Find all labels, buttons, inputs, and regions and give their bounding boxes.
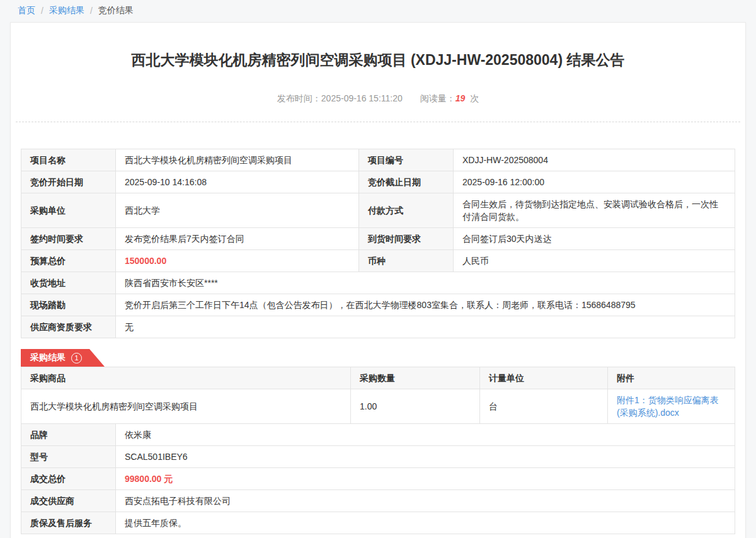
- table-row: 项目名称 西北大学模块化机房精密列间空调采购项目 项目编号 XDJJ-HW-20…: [21, 149, 735, 171]
- breadcrumb-separator: /: [41, 6, 43, 16]
- purchase-quantity: 1.00: [351, 389, 480, 424]
- table-row: 现场踏勘 竞价开启后第三个工作日下午14点（包含公告发布日），在西北大学物理楼8…: [21, 294, 735, 316]
- column-header: 计量单位: [480, 367, 608, 389]
- info-label: 预算总价: [21, 250, 116, 272]
- table-row: 成交供应商 西安点拓电子科技有限公司: [21, 490, 735, 512]
- result-section-badge: 采购结果 1: [21, 349, 105, 367]
- detail-label: 成交供应商: [21, 490, 116, 512]
- column-header: 附件: [608, 367, 735, 389]
- column-header: 采购数量: [351, 367, 480, 389]
- info-label: 竞价截止日期: [359, 171, 454, 193]
- measure-unit: 台: [480, 389, 608, 424]
- read-count-value: 19: [455, 93, 466, 103]
- info-label: 现场踏勘: [21, 294, 116, 316]
- info-value: 西北大学: [116, 193, 359, 228]
- result-detail-table: 品牌 依米康 型号 SCAL501IBEY6 成交总价 99800.00 元 成…: [21, 423, 735, 534]
- info-value: 人民币: [454, 250, 735, 272]
- breadcrumb-current: 竞价结果: [98, 5, 134, 16]
- attachment-link[interactable]: 附件1：货物类响应偏离表(采购系统).docx: [617, 395, 719, 418]
- info-label: 到货时间要求: [359, 228, 454, 250]
- table-row: 采购单位 西北大学 付款方式 合同生效后，待货物到达指定地点、安装调试验收合格后…: [21, 193, 735, 228]
- info-label: 项目编号: [359, 149, 454, 171]
- table-row: 竞价开始日期 2025-09-10 14:16:08 竞价截止日期 2025-0…: [21, 171, 735, 193]
- detail-value: 依米康: [116, 424, 735, 446]
- detail-value: 西安点拓电子科技有限公司: [116, 490, 735, 512]
- breadcrumb-link-procurement-results[interactable]: 采购结果: [49, 5, 84, 16]
- info-label: 币种: [359, 250, 454, 272]
- info-value: 2025-09-10 14:16:08: [116, 171, 359, 193]
- publish-meta: 发布时间：2025-09-16 15:11:20 阅读量：19 次: [11, 93, 745, 105]
- info-label: 项目名称: [21, 149, 116, 171]
- detail-value: 提供五年质保。: [116, 512, 735, 534]
- breadcrumb: 首页 / 采购结果 / 竞价结果: [0, 0, 756, 22]
- detail-value: SCAL501IBEY6: [116, 446, 735, 468]
- info-label: 收货地址: [21, 272, 116, 294]
- breadcrumb-link-home[interactable]: 首页: [18, 5, 35, 16]
- column-header: 采购商品: [21, 367, 351, 389]
- info-label: 付款方式: [359, 193, 454, 228]
- publish-time: 发布时间：2025-09-16 15:11:20: [277, 93, 403, 103]
- info-label: 签约时间要求: [21, 228, 116, 250]
- info-value: 合同签订后30天内送达: [454, 228, 735, 250]
- table-row: 质保及售后服务 提供五年质保。: [21, 512, 735, 534]
- table-row: 西北大学模块化机房精密列间空调采购项目 1.00 台 附件1：货物类响应偏离表(…: [21, 389, 735, 424]
- table-row: 预算总价 150000.00 币种 人民币: [21, 250, 735, 272]
- deal-total-price: 99800.00 元: [116, 468, 735, 490]
- breadcrumb-separator: /: [90, 6, 93, 16]
- info-value: 发布竞价结果后7天内签订合同: [116, 228, 359, 250]
- detail-label: 型号: [21, 446, 116, 468]
- info-value: 合同生效后，待货物到达指定地点、安装调试验收合格后，一次性付清合同货款。: [454, 193, 735, 228]
- purchase-result-table: 采购商品 采购数量 计量单位 附件 西北大学模块化机房精密列间空调采购项目 1.…: [21, 367, 735, 424]
- table-row: 供应商资质要求 无: [21, 316, 735, 338]
- info-value: 2025-09-16 12:00:00: [454, 171, 735, 193]
- table-row: 成交总价 99800.00 元: [21, 468, 735, 490]
- budget-total-value: 150000.00: [116, 250, 359, 272]
- table-row: 收货地址 陕西省西安市长安区****: [21, 272, 735, 294]
- info-label: 供应商资质要求: [21, 316, 116, 338]
- project-info-table: 项目名称 西北大学模块化机房精密列间空调采购项目 项目编号 XDJJ-HW-20…: [21, 149, 735, 338]
- info-label: 竞价开始日期: [21, 171, 116, 193]
- info-value: XDJJ-HW-202508004: [454, 149, 735, 171]
- detail-label: 品牌: [21, 424, 116, 446]
- table-row: 型号 SCAL501IBEY6: [21, 446, 735, 468]
- divider: [16, 122, 740, 122]
- product-name: 西北大学模块化机房精密列间空调采购项目: [21, 389, 351, 424]
- detail-label: 质保及售后服务: [21, 512, 116, 534]
- announcement-card: 西北大学模块化机房精密列间空调采购项目 (XDJJ-HW-202508004) …: [10, 22, 746, 538]
- info-value: 陕西省西安市长安区****: [116, 272, 735, 294]
- result-badge-label: 采购结果: [30, 352, 66, 363]
- detail-label: 成交总价: [21, 468, 116, 490]
- info-value: 无: [116, 316, 735, 338]
- table-row: 签约时间要求 发布竞价结果后7天内签订合同 到货时间要求 合同签订后30天内送达: [21, 228, 735, 250]
- table-header-row: 采购商品 采购数量 计量单位 附件: [21, 367, 735, 389]
- info-label: 采购单位: [21, 193, 116, 228]
- read-count: 阅读量：19 次: [420, 93, 479, 103]
- info-value: 竞价开启后第三个工作日下午14点（包含公告发布日），在西北大学物理楼803室集合…: [116, 294, 735, 316]
- info-value: 西北大学模块化机房精密列间空调采购项目: [116, 149, 359, 171]
- result-count-badge: 1: [71, 353, 82, 363]
- table-row: 品牌 依米康: [21, 424, 735, 446]
- page-title: 西北大学模块化机房精密列间空调采购项目 (XDJJ-HW-202508004) …: [11, 50, 745, 70]
